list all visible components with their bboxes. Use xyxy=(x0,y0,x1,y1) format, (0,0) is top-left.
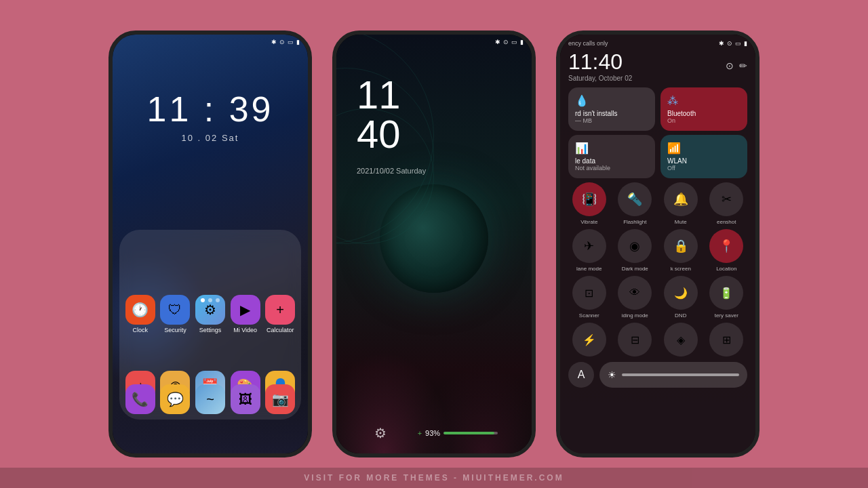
ctrl-darkmode-btn[interactable]: ◉ Dark mode xyxy=(614,229,656,272)
ctrl-darkmode-icon: ◉ xyxy=(618,229,652,263)
ctrl-vibrate-icon: 📳 xyxy=(572,182,606,216)
gallery-dock-icon: 🖼 xyxy=(231,384,260,414)
ctrl-reading-label: iding mode xyxy=(622,312,648,319)
ctrl-footer: A ☀ xyxy=(568,362,747,388)
ctrl-dnd-label: DND xyxy=(675,312,686,319)
ctrl-mute-btn[interactable]: 🔔 Mute xyxy=(660,182,702,225)
ctrl-tile-data-title: rd isn't installs xyxy=(575,110,648,117)
battery-bar: + 93% xyxy=(418,429,498,437)
ctrl-reading-icon: 👁 xyxy=(618,276,652,310)
ctrl-airplane-icon: ✈ xyxy=(572,229,606,263)
ctrl-extra-3[interactable]: ◈ xyxy=(660,323,702,357)
ctrl-tile-mobile-sub: Not available xyxy=(575,165,648,171)
ctrl-location-label: Location xyxy=(716,266,736,272)
battery-icon-2: ▮ xyxy=(520,39,524,45)
phone-2: ✱ ⊙ ▭ ▮ 11 40 2021/10/02 Saturday xyxy=(332,30,536,458)
list-item[interactable]: 📞 xyxy=(125,384,155,414)
ctrl-header: 11:40 Saturday, October 02 ⊙ ✏ xyxy=(568,49,747,82)
ctrl-edit-icon[interactable]: ✏ xyxy=(739,60,747,71)
battery-charging-icon: + xyxy=(418,429,422,437)
ctrl-brightness-bar[interactable]: ☀ xyxy=(599,362,747,388)
ctrl-dnd-icon: 🌙 xyxy=(664,276,698,310)
settings-app-label: Settings xyxy=(199,327,222,333)
ctrl-extra-icon-2: ⊟ xyxy=(618,323,652,357)
ctrl-battery-btn[interactable]: 🔋 tery saver xyxy=(706,276,748,319)
ctrl-tile-wlan-title: WLAN xyxy=(667,157,741,165)
ctrl-wifi-icon: 📶 xyxy=(667,142,741,155)
ctrl-bluetooth-icon: ✱ xyxy=(719,40,724,47)
ctrl-airplane-btn[interactable]: ✈ lane mode xyxy=(568,229,610,272)
ctrl-airplane-label: lane mode xyxy=(576,266,601,272)
ctrl-tile-mobile[interactable]: 📊 le data Not available xyxy=(568,135,655,178)
lock-screen-time: 11 : 39 xyxy=(113,89,308,129)
list-item[interactable]: ~ xyxy=(195,384,225,414)
watermark-text: VISIT FOR MORE THEMES - MIUITHEMER.COM xyxy=(304,473,564,483)
ctrl-status-text: ency calls only xyxy=(568,40,608,47)
ctrl-vibrate-label: Vibrate xyxy=(580,219,597,225)
ctrl-lockscreen-btn[interactable]: 🔒 k screen xyxy=(660,229,702,272)
ctrl-battery-label: tery saver xyxy=(715,312,738,319)
ctrl-tile-data[interactable]: 💧 rd isn't installs — MB xyxy=(568,87,655,131)
ctrl-flashlight-btn[interactable]: 🔦 Flashlight xyxy=(614,182,656,225)
battery-fill xyxy=(443,432,494,434)
ctrl-extra-2[interactable]: ⊟ xyxy=(614,323,656,357)
ctrl-extra-icon-1: ⚡ xyxy=(572,323,606,357)
ctrl-tile-wlan-sub: Off xyxy=(667,165,741,171)
ctrl-tile-bluetooth-title: Bluetooth xyxy=(667,110,741,117)
ctrl-tile-data-sub: — MB xyxy=(575,117,648,124)
ctrl-flashlight-label: Flashlight xyxy=(623,219,646,225)
ctrl-scanner-btn[interactable]: ⊡ Scanner xyxy=(568,276,610,319)
ctrl-extra-icon-4: ⊞ xyxy=(709,323,743,357)
ctrl-header-icons: ⊙ ✏ xyxy=(726,60,747,71)
bluetooth-icon: ✱ xyxy=(271,39,277,45)
ctrl-extra-1[interactable]: ⚡ xyxy=(568,323,610,357)
ctrl-battery-icon: ▮ xyxy=(744,40,747,47)
list-item[interactable]: 💬 xyxy=(160,384,190,414)
status-icons-2: ✱ ⊙ ▭ ▮ xyxy=(495,39,524,45)
lock-screen-date: 10 . 02 Sat xyxy=(113,133,308,143)
browser-dock-icon: ~ xyxy=(195,384,225,414)
camera-dock-icon: 📷 xyxy=(265,384,295,414)
ctrl-scanner-label: Scanner xyxy=(579,312,599,319)
watermark: VISIT FOR MORE THEMES - MIUITHEMER.COM xyxy=(0,468,868,488)
ctrl-extra-row: ⚡ ⊟ ◈ ⊞ xyxy=(568,323,747,357)
phone-3: ency calls only ✱ ⊙ ▭ ▮ 11:40 Saturday, … xyxy=(556,30,760,458)
ctrl-dnd-btn[interactable]: 🌙 DND xyxy=(660,276,702,319)
signal-icon: ▭ xyxy=(288,39,294,45)
ctrl-vibrate-btn[interactable]: 📳 Vibrate xyxy=(568,182,610,225)
signal-icon-2: ▭ xyxy=(511,39,517,45)
battery-progress xyxy=(443,432,498,434)
dot-3 xyxy=(216,298,220,302)
alarm-icon: ⊙ xyxy=(279,39,285,45)
list-item[interactable]: 📷 xyxy=(265,384,295,414)
phone2-bottom: ⚙ + 93% xyxy=(336,423,532,443)
avatar-letter: A xyxy=(578,369,585,381)
phone-dock-icon: 📞 xyxy=(125,384,155,414)
ctrl-tile-wlan[interactable]: 📶 WLAN Off xyxy=(660,135,747,178)
ctrl-status-icons: ✱ ⊙ ▭ ▮ xyxy=(719,40,747,47)
ctrl-extra-icon-3: ◈ xyxy=(664,323,698,357)
ctrl-bottom-row: ⊡ Scanner 👁 iding mode 🌙 DND 🔋 tery save… xyxy=(568,276,747,319)
ctrl-location-btn[interactable]: 📍 Location xyxy=(706,229,748,272)
ctrl-screenshot-icon: ✂ xyxy=(709,182,743,216)
ctrl-avatar: A xyxy=(568,362,594,388)
ctrl-tile-bluetooth-sub: On xyxy=(667,117,741,124)
brightness-sun-icon: ☀ xyxy=(608,369,616,380)
ctrl-screenshot-label: eenshot xyxy=(717,219,736,225)
list-item[interactable]: 🖼 xyxy=(231,384,260,414)
dot-2 xyxy=(208,298,212,302)
ctrl-water-icon: 💧 xyxy=(575,94,648,107)
settings-gear-icon[interactable]: ⚙ xyxy=(370,423,391,443)
ctrl-camera-icon[interactable]: ⊙ xyxy=(726,60,734,71)
ctrl-battery-saver-icon: 🔋 xyxy=(709,276,743,310)
bluetooth-icon-2: ✱ xyxy=(495,39,500,45)
ctrl-mute-icon: 🔔 xyxy=(664,182,698,216)
ctrl-reading-btn[interactable]: 👁 iding mode xyxy=(614,276,656,319)
ctrl-screenshot-btn[interactable]: ✂ eenshot xyxy=(706,182,748,225)
battery-percent-label: 93% xyxy=(425,429,440,437)
ctrl-bluetooth-tile-icon: ⁂ xyxy=(667,94,741,107)
ctrl-tile-bluetooth[interactable]: ⁂ Bluetooth On xyxy=(660,87,747,131)
ctrl-signal-tile-icon: 📊 xyxy=(575,142,648,155)
ctrl-date: Saturday, October 02 xyxy=(568,75,632,82)
ctrl-extra-4[interactable]: ⊞ xyxy=(706,323,748,357)
